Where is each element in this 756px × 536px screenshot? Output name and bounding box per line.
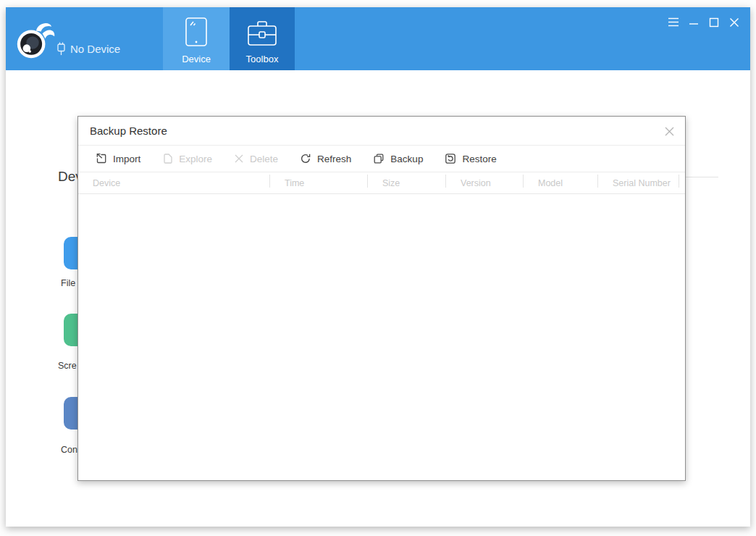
- tab-toolbox-label: Toolbox: [246, 54, 279, 64]
- import-label: Import: [113, 154, 140, 164]
- toolkit-item-file-label: File: [61, 278, 75, 288]
- itools-logo-icon: [13, 20, 55, 62]
- import-icon: [96, 153, 107, 164]
- window-controls: [667, 16, 740, 28]
- table-body-empty: [78, 194, 685, 480]
- dialog-title: Backup Restore: [90, 125, 167, 137]
- column-header-device[interactable]: Device: [78, 172, 270, 194]
- dialog-close-icon[interactable]: [662, 124, 676, 138]
- restore-label: Restore: [462, 154, 496, 164]
- toolkit-item-screenshot-label: Scre: [58, 361, 77, 371]
- minimize-button[interactable]: [687, 16, 700, 28]
- refresh-label: Refresh: [317, 154, 351, 164]
- main-tabs: Device Toolbox: [163, 7, 295, 70]
- tablet-icon: [185, 17, 207, 46]
- app-header: No Device Device: [6, 7, 750, 70]
- backup-restore-dialog: Backup Restore Import: [77, 116, 686, 481]
- tab-device[interactable]: Device: [163, 7, 230, 70]
- column-header-serial-number[interactable]: Serial Number: [598, 172, 679, 194]
- column-header-version[interactable]: Version: [446, 172, 524, 194]
- dialog-titlebar: Backup Restore: [78, 117, 685, 146]
- delete-button[interactable]: Delete: [234, 154, 278, 164]
- column-header-size[interactable]: Size: [368, 172, 446, 194]
- backup-button[interactable]: Backup: [373, 153, 423, 164]
- table-header-row: Device Time Size Version Model Serial Nu…: [78, 172, 685, 194]
- device-status-label: No Device: [70, 43, 120, 55]
- dialog-toolbar: Import Explore Delete: [78, 146, 685, 172]
- backup-label: Backup: [390, 154, 423, 164]
- briefcase-icon: [248, 20, 277, 46]
- explore-label: Explore: [179, 154, 212, 164]
- explore-button[interactable]: Explore: [162, 153, 212, 164]
- delete-x-icon: [234, 154, 244, 164]
- delete-label: Delete: [250, 154, 278, 164]
- file-icon: [162, 153, 173, 164]
- import-button[interactable]: Import: [96, 153, 140, 164]
- close-button[interactable]: [728, 16, 740, 28]
- maximize-button[interactable]: [707, 16, 720, 28]
- column-header-model[interactable]: Model: [524, 172, 598, 194]
- column-header-time[interactable]: Time: [270, 172, 368, 194]
- device-connector-icon: [56, 42, 66, 56]
- toolkit-item-connection-label: Con: [61, 445, 77, 455]
- tab-toolbox[interactable]: Toolbox: [230, 7, 295, 70]
- restore-button[interactable]: Restore: [445, 153, 496, 164]
- device-status: No Device: [56, 42, 120, 56]
- app-window: No Device Device: [6, 7, 750, 527]
- tab-device-label: Device: [182, 54, 211, 64]
- copy-icon: [373, 153, 385, 164]
- restore-icon: [445, 153, 456, 164]
- refresh-icon: [300, 153, 311, 164]
- menu-icon[interactable]: [667, 16, 679, 28]
- refresh-button[interactable]: Refresh: [300, 153, 351, 164]
